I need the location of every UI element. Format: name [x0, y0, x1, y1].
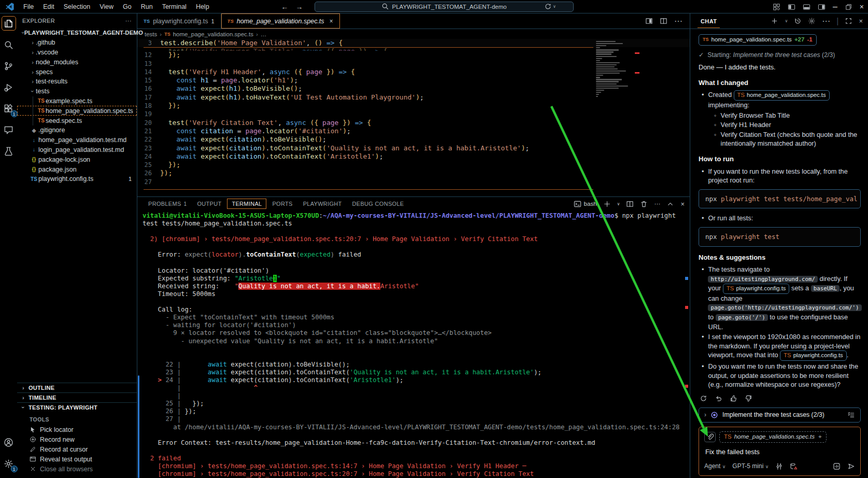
- tree-item-tests[interactable]: ›tests: [17, 87, 137, 96]
- activity-testing-icon[interactable]: [2, 144, 16, 158]
- back-icon[interactable]: ←: [281, 3, 289, 11]
- activity-gear-icon[interactable]: 1: [2, 457, 16, 470]
- toggle-changes-icon[interactable]: [645, 17, 653, 25]
- close-tab-icon[interactable]: ×: [330, 18, 333, 25]
- terminal[interactable]: vitalii@vitalii-VivoBook-15-ASUS-Laptop-…: [137, 210, 690, 478]
- tree-item-test-results[interactable]: ›test-results: [17, 77, 137, 87]
- more-actions-icon[interactable]: ···: [674, 17, 682, 26]
- thumbs-down-icon[interactable]: [745, 395, 752, 402]
- chevron-down-icon[interactable]: ∨: [617, 202, 620, 206]
- split-terminal-icon[interactable]: [626, 200, 634, 208]
- activity-account-icon[interactable]: [2, 435, 16, 449]
- breadcrumb-segment[interactable]: tests: [145, 31, 157, 37]
- command-center[interactable]: PLAYWRIGHT_TESTOMAT_AGENT-demo: [315, 2, 574, 12]
- file-chip[interactable]: TShome_page_validation.spec.ts: [734, 90, 830, 101]
- panel-tab-terminal[interactable]: TERMINAL: [227, 199, 266, 209]
- minimap[interactable]: [596, 41, 633, 98]
- panel-tab-playwright[interactable]: PLAYWRIGHT: [298, 199, 347, 209]
- breadcrumb-segment[interactable]: home_page_validation.spec.ts: [173, 31, 253, 37]
- mode-picker[interactable]: Agent ∨: [704, 462, 725, 472]
- split-editor-icon[interactable]: [660, 17, 667, 25]
- toggle-sidebar-icon[interactable]: [788, 3, 795, 11]
- attach-context-button[interactable]: [704, 432, 716, 442]
- layout-customize-icon[interactable]: [773, 3, 780, 11]
- menu-edit[interactable]: Edit: [38, 2, 59, 12]
- tree-item-playwright.config.ts[interactable]: TSplaywright.config.ts1: [17, 174, 137, 184]
- toggle-secondary-sidebar-icon[interactable]: [818, 3, 826, 11]
- tree-item-.github[interactable]: ›.github: [17, 38, 137, 48]
- voice-input-icon[interactable]: [833, 462, 841, 470]
- menu-help[interactable]: Help: [191, 2, 214, 12]
- panel-tab-ports[interactable]: PORTS: [267, 199, 297, 209]
- menu-run[interactable]: Run: [136, 2, 158, 12]
- new-terminal-icon[interactable]: [603, 200, 611, 208]
- tree-item-seed.spec.ts[interactable]: TSseed.spec.ts: [17, 116, 137, 125]
- tree-item-login_page_validation.test.md[interactable]: ↓login_page_validation.test.md: [17, 145, 137, 155]
- tool-pick-locator[interactable]: Pick locator: [17, 425, 137, 434]
- chevron-down-icon[interactable]: ∨: [785, 19, 788, 23]
- section-testing-playwright[interactable]: ›TESTING: PLAYWRIGHT: [17, 402, 137, 412]
- restore-icon[interactable]: [845, 3, 852, 11]
- maximize-panel-icon[interactable]: [666, 200, 674, 208]
- toggle-panel-icon[interactable]: [803, 3, 810, 11]
- menu-go[interactable]: Go: [118, 2, 136, 12]
- tool-close-all-browsers[interactable]: Close all browsers: [17, 464, 137, 474]
- new-chat-icon[interactable]: [771, 17, 778, 25]
- expand-chat-icon[interactable]: [845, 17, 852, 25]
- panel-tab-problems[interactable]: PROBLEMS1: [144, 199, 191, 209]
- more-icon[interactable]: ···: [822, 17, 830, 26]
- breadcrumb-segment[interactable]: …: [261, 31, 267, 37]
- tree-item-package-lock.json[interactable]: {}package-lock.json: [17, 154, 137, 164]
- menu-file[interactable]: File: [19, 2, 38, 12]
- menu-view[interactable]: View: [95, 2, 118, 12]
- gear-icon[interactable]: [808, 17, 816, 25]
- tool-record-new[interactable]: Record new: [17, 434, 137, 444]
- activity-search-icon[interactable]: [2, 38, 16, 51]
- activity-run-debug-icon[interactable]: [2, 80, 16, 94]
- forward-icon[interactable]: →: [296, 3, 303, 11]
- tree-item-specs[interactable]: ›specs: [17, 67, 137, 77]
- explorer-more-icon[interactable]: ···: [125, 18, 132, 24]
- code-block[interactable]: npx playwright test: [699, 227, 861, 247]
- activity-extensions-icon[interactable]: 1: [2, 102, 16, 115]
- file-chip[interactable]: TSplaywright.config.ts: [780, 350, 847, 361]
- activity-chat-icon[interactable]: [2, 123, 16, 136]
- chat-input-text[interactable]: Fix the failed tests: [705, 447, 855, 457]
- configure-tools-icon[interactable]: [775, 462, 783, 470]
- code-editor[interactable]: 3test.describe('Home Page Validation', (…: [137, 39, 690, 188]
- regenerate-icon[interactable]: [700, 395, 707, 402]
- mcp-warning-icon[interactable]: [790, 462, 798, 470]
- panel-tab-output[interactable]: OUTPUT: [192, 199, 226, 209]
- shell-selector[interactable]: bash: [574, 200, 597, 208]
- tree-item-.vscode[interactable]: ›.vscode: [17, 48, 137, 58]
- changed-file-chip[interactable]: TShome_page_validation.spec.ts+27-1: [699, 34, 817, 46]
- tree-item-home_page_validation.test.md[interactable]: ↓home_page_validation.test.md: [17, 135, 137, 145]
- history-icon[interactable]: [794, 17, 802, 25]
- tab-playwright.config.ts[interactable]: TSplaywright.config.ts1: [137, 13, 221, 29]
- tree-item-node_modules[interactable]: ›node_modules: [17, 57, 137, 67]
- attachment-chip[interactable]: TShome_page_validation.spec.ts+: [719, 431, 827, 443]
- tree-item-home_page_validation.spec.ts[interactable]: TShome_page_validation.spec.ts: [17, 106, 137, 116]
- chat-input-box[interactable]: TShome_page_validation.spec.ts+Fix the f…: [699, 427, 861, 476]
- add-attachment-icon[interactable]: +: [818, 432, 822, 442]
- tree-item-package.json[interactable]: {}package.json: [17, 164, 137, 174]
- sync-icon[interactable]: [544, 3, 552, 10]
- section-outline[interactable]: ›OUTLINE: [17, 383, 137, 392]
- thumbs-up-icon[interactable]: [730, 395, 737, 402]
- breadcrumb[interactable]: tests›TShome_page_validation.spec.ts›…: [137, 29, 690, 39]
- kill-terminal-icon[interactable]: [640, 200, 648, 208]
- model-picker[interactable]: GPT-5 mini ∨: [732, 462, 769, 472]
- tool-record-at-cursor[interactable]: Record at cursor: [17, 444, 137, 454]
- code-block[interactable]: npx playwright test tests/home_page_val: [699, 189, 861, 209]
- close-window-icon[interactable]: ×: [860, 3, 864, 11]
- tree-item-example.spec.ts[interactable]: TSexample.spec.ts: [17, 96, 137, 106]
- panel-tab-debug-console[interactable]: DEBUG CONSOLE: [348, 199, 409, 209]
- close-panel-icon[interactable]: ×: [680, 200, 685, 208]
- close-chat-icon[interactable]: ×: [859, 17, 863, 25]
- menu-terminal[interactable]: Terminal: [158, 2, 191, 12]
- minimize-icon[interactable]: –: [833, 2, 837, 11]
- tree-item-playwright_testomat_agent-demo[interactable]: ›PLAYWRIGHT_TESTOMAT_AGENT-DEMO: [17, 28, 137, 38]
- chat-tab[interactable]: CHAT: [698, 15, 720, 28]
- menu-selection[interactable]: Selection: [59, 2, 95, 12]
- tab-home_page_validation.spec.ts[interactable]: TShome_page_validation.spec.ts×: [221, 13, 340, 29]
